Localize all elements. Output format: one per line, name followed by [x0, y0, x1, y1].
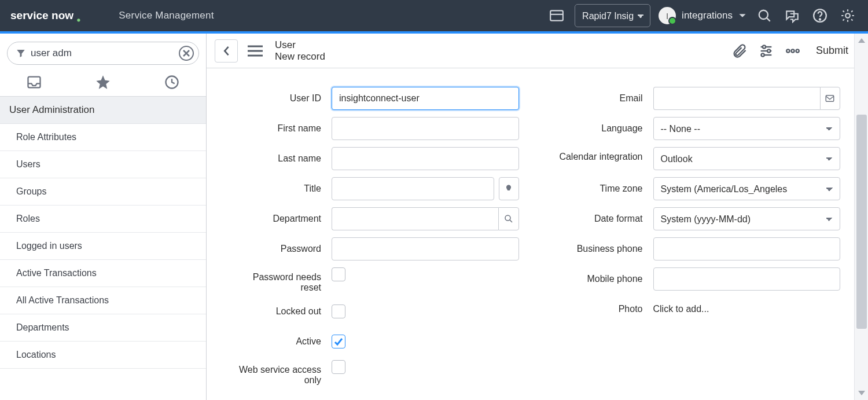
record-title: User	[275, 39, 325, 51]
time-zone-select[interactable]: System (America/Los_Angeles	[653, 177, 841, 200]
nav-item-all-active-transactions[interactable]: All Active Transactions	[0, 287, 206, 314]
svg-text:service: service	[10, 9, 49, 21]
scroll-up-arrow-icon[interactable]	[858, 36, 865, 43]
servicenow-logo[interactable]: servicenow	[10, 8, 111, 23]
more-horizontal-icon	[785, 43, 801, 59]
title-suggest-button[interactable]	[499, 177, 519, 200]
chat-icon[interactable]	[782, 6, 802, 25]
team-select[interactable]: Rapid7 Insig	[575, 4, 650, 27]
svg-point-26	[505, 215, 510, 221]
user-id-input[interactable]	[332, 87, 519, 110]
search-icon[interactable]	[755, 6, 774, 25]
form-area: User ID First name Last name Title	[207, 68, 868, 400]
email-compose-button[interactable]	[820, 87, 840, 110]
gear-icon[interactable]	[838, 6, 858, 25]
user-menu[interactable]: I integrations	[659, 7, 746, 24]
label-password-needs-reset: Password needs reset	[234, 267, 321, 293]
label-first-name: First name	[234, 123, 321, 134]
label-time-zone: Time zone	[556, 184, 643, 194]
nav-item-departments[interactable]: Departments	[0, 314, 206, 342]
label-business-phone: Business phone	[556, 244, 643, 254]
nav-item-active-transactions[interactable]: Active Transactions	[0, 260, 206, 287]
close-icon	[183, 50, 190, 57]
nav-item-locations[interactable]: Locations	[0, 342, 206, 369]
app-name: Service Management	[119, 10, 214, 21]
svg-rect-28	[826, 96, 834, 102]
locked-out-checkbox[interactable]	[332, 304, 345, 318]
tab-all-apps[interactable]	[20, 74, 49, 90]
clock-icon	[164, 74, 180, 90]
svg-point-18	[763, 45, 766, 48]
svg-point-9	[845, 13, 850, 18]
active-checkbox[interactable]	[332, 335, 345, 348]
nav-item-logged-in-users[interactable]: Logged in users	[0, 233, 206, 260]
scroll-down-arrow-icon[interactable]	[858, 391, 865, 398]
label-email: Email	[556, 93, 643, 104]
clear-filter-button[interactable]	[179, 46, 194, 61]
scrollbar[interactable]	[854, 34, 868, 400]
photo-add-link[interactable]: Click to add...	[653, 304, 709, 314]
nav-filter-input[interactable]	[31, 47, 179, 59]
submit-button[interactable]: Submit	[809, 41, 855, 60]
label-date-format: Date format	[556, 214, 643, 224]
chevron-down-icon	[738, 12, 746, 20]
label-title: Title	[234, 184, 321, 194]
nav-items: Role Attributes Users Groups Roles Logge…	[0, 124, 206, 369]
first-name-input[interactable]	[332, 117, 519, 140]
department-input[interactable]	[332, 207, 498, 230]
label-web-service-access: Web service access only	[234, 360, 321, 386]
content-area: User New record Submit User ID	[207, 34, 868, 400]
scroll-thumb[interactable]	[856, 115, 867, 329]
svg-line-27	[510, 220, 512, 222]
nav-item-groups[interactable]: Groups	[0, 178, 206, 205]
svg-line-6	[767, 18, 770, 21]
svg-point-2	[77, 19, 80, 21]
context-menu-button[interactable]	[244, 39, 267, 63]
tab-favorites[interactable]	[89, 74, 117, 90]
last-name-input[interactable]	[332, 147, 519, 170]
nav-item-role-attributes[interactable]: Role Attributes	[0, 124, 206, 151]
business-phone-input[interactable]	[653, 237, 841, 260]
label-calendar-integration: Calendar integration	[556, 147, 643, 162]
svg-point-25	[796, 49, 799, 52]
record-subtitle: New record	[275, 51, 325, 63]
language-select[interactable]: -- None --	[653, 117, 841, 140]
password-needs-reset-checkbox[interactable]	[332, 267, 345, 281]
svg-point-20	[767, 49, 770, 52]
nav-filter	[7, 42, 199, 65]
web-service-access-checkbox[interactable]	[332, 360, 345, 374]
personalize-form-button[interactable]	[756, 41, 777, 61]
label-language: Language	[556, 123, 643, 134]
svg-point-24	[791, 49, 794, 52]
avatar: I	[659, 7, 676, 24]
mail-icon	[825, 93, 835, 104]
label-department: Department	[234, 214, 321, 224]
department-lookup-button[interactable]	[498, 207, 518, 230]
lightbulb-icon	[503, 184, 514, 194]
help-icon[interactable]	[810, 6, 830, 25]
nav-section-user-admin[interactable]: User Administration	[0, 97, 206, 124]
form-left-column: User ID First name Last name Title	[234, 87, 519, 386]
svg-rect-3	[550, 10, 563, 20]
left-nav-panel: User Administration Role Attributes User…	[0, 34, 207, 400]
title-input[interactable]	[332, 177, 494, 200]
attachments-button[interactable]	[729, 41, 750, 61]
label-password: Password	[234, 244, 321, 254]
label-photo: Photo	[556, 304, 643, 314]
global-header: servicenow Service Management Rapid7 Ins…	[0, 0, 868, 31]
nav-item-roles[interactable]: Roles	[0, 205, 206, 233]
more-options-button[interactable]	[782, 41, 803, 61]
update-set-icon[interactable]	[547, 6, 567, 25]
mobile-phone-input[interactable]	[653, 267, 841, 291]
password-input[interactable]	[332, 237, 519, 260]
svg-point-5	[759, 10, 768, 19]
inbox-icon	[26, 74, 42, 90]
email-input[interactable]	[653, 87, 820, 110]
nav-item-users[interactable]: Users	[0, 151, 206, 178]
svg-point-22	[762, 53, 764, 56]
date-format-select[interactable]: System (yyyy-MM-dd)	[653, 207, 841, 230]
form-right-column: Email Language -- None --	[556, 87, 841, 386]
back-button[interactable]	[215, 39, 238, 63]
calendar-integration-select[interactable]: Outlook	[653, 147, 841, 170]
tab-history[interactable]	[157, 74, 186, 90]
